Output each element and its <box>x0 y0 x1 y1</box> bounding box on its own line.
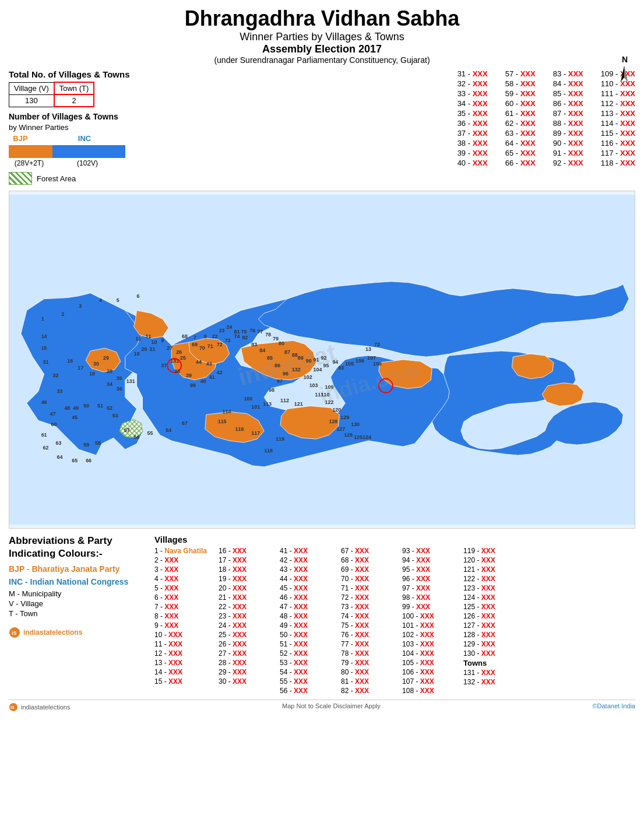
logo-text: indiastatelections <box>23 628 82 637</box>
vnum-item: 50 - XXX <box>280 631 329 639</box>
number-item: 117 - XXX <box>601 149 635 157</box>
vnum-item: 131 - XXX <box>463 669 513 677</box>
svg-text:70: 70 <box>199 345 205 351</box>
svg-text:53: 53 <box>112 413 118 419</box>
number-item: 114 - XXX <box>601 119 635 128</box>
vnum-item: 16 - XXX <box>219 547 268 555</box>
vnum-item: 103 - XXX <box>402 640 452 648</box>
svg-text:7: 7 <box>193 335 196 340</box>
vnum-item: 130 - XXX <box>463 649 513 658</box>
number-item: 59 - XXX <box>505 89 536 98</box>
svg-text:44: 44 <box>196 359 202 365</box>
svg-text:41: 41 <box>209 374 215 380</box>
bjp-label: BJP <box>9 134 32 143</box>
svg-text:78: 78 <box>265 332 271 338</box>
svg-text:126: 126 <box>344 432 353 438</box>
svg-text:113: 113 <box>263 402 272 407</box>
svg-text:82: 82 <box>242 335 248 340</box>
vnum-item: 107 - XXX <box>402 677 452 686</box>
svg-text:129: 129 <box>340 415 349 421</box>
svg-text:73: 73 <box>225 338 231 343</box>
svg-text:48: 48 <box>64 406 70 412</box>
svg-text:109: 109 <box>325 384 333 390</box>
svg-text:85: 85 <box>267 355 273 361</box>
svg-text:83: 83 <box>251 342 257 347</box>
vnum-item: 129 - XXX <box>463 640 513 648</box>
svg-text:45: 45 <box>72 415 78 421</box>
number-item: 36 - XXX <box>458 119 488 128</box>
svg-text:97: 97 <box>277 378 283 384</box>
svg-text:96: 96 <box>283 371 288 377</box>
abbrev-town: T - Town <box>9 609 149 618</box>
svg-text:95: 95 <box>323 363 329 368</box>
svg-text:17: 17 <box>78 365 83 371</box>
svg-text:52: 52 <box>107 406 112 412</box>
svg-text:120: 120 <box>332 407 341 413</box>
header: Dhrangadhra Vidhan Sabha Winner Parties … <box>9 6 635 65</box>
svg-text:57: 57 <box>124 427 130 433</box>
number-col: 31 - XXX32 - XXX33 - XXX34 - XXX35 - XXX… <box>458 69 488 167</box>
vnum-item: 81 - XXX <box>341 677 390 686</box>
svg-text:93: 93 <box>338 365 344 371</box>
svg-text:61: 61 <box>41 432 47 438</box>
vnum-item: 29 - XXX <box>219 668 268 676</box>
vnum-item: 28 - XXX <box>219 659 268 667</box>
svg-text:110: 110 <box>321 392 330 398</box>
svg-text:23: 23 <box>219 328 225 333</box>
vnum-col: 16 - XXX17 - XXX18 - XXX19 - XXX20 - XXX… <box>219 547 268 695</box>
svg-text:60: 60 <box>51 421 57 427</box>
legend-total-label: Total No. of Villages & Towns <box>9 69 166 79</box>
map-container: indiastat india.com 1 2 3 4 5 6 14 15 31… <box>9 191 635 529</box>
vnum-item: 1 - Nava Ghatila <box>154 547 207 555</box>
svg-text:79: 79 <box>273 336 279 342</box>
vnum-item: 76 - XXX <box>341 631 390 639</box>
svg-text:72: 72 <box>374 342 380 347</box>
vnum-col: 119 - XXX120 - XXX121 - XXX122 - XXX123 … <box>463 547 513 695</box>
svg-text:71: 71 <box>207 343 213 349</box>
vnum-item: 18 - XXX <box>219 565 268 574</box>
number-item: 35 - XXX <box>458 109 488 118</box>
inc-full: INC - Indian National Congress <box>9 577 128 586</box>
vnum-item: 126 - XXX <box>463 612 513 620</box>
bjp-color-bar <box>9 145 52 158</box>
vnum-item: 13 - XXX <box>154 659 207 667</box>
vnum-item: 132 - XXX <box>463 678 513 686</box>
vnum-item: 17 - XXX <box>219 556 268 564</box>
svg-text:21: 21 <box>149 346 155 352</box>
vnum-item: 7 - XXX <box>154 603 207 611</box>
svg-text:103: 103 <box>309 382 318 388</box>
forest-label: Forest Area <box>37 174 76 183</box>
vnum-item: 8 - XXX <box>154 612 207 620</box>
svg-text:30: 30 <box>93 361 99 367</box>
vnum-item: 104 - XXX <box>402 649 452 658</box>
village-numbers: Villages 1 - Nava Ghatila2 - XXX3 - XXX4… <box>154 535 635 695</box>
number-item: 89 - XXX <box>553 129 583 138</box>
number-item: 111 - XXX <box>601 89 635 98</box>
vnum-item: 46 - XXX <box>280 593 329 602</box>
footer: iS indiastatelections Map Not to Scale D… <box>9 700 635 712</box>
number-item: 92 - XXX <box>553 159 583 167</box>
svg-text:101: 101 <box>251 405 260 410</box>
vnum-item: Towns <box>463 659 513 667</box>
winner-subtitle: by Winner Parties <box>9 123 166 132</box>
forest-row: Forest Area <box>9 172 166 185</box>
svg-text:124: 124 <box>363 434 371 440</box>
number-item: 112 - XXX <box>601 99 635 108</box>
inc-color-bar <box>52 145 125 158</box>
svg-text:66: 66 <box>86 458 92 463</box>
number-item: 32 - XXX <box>458 79 488 88</box>
svg-text:iS: iS <box>12 630 17 636</box>
vnum-item: 79 - XXX <box>341 659 390 667</box>
svg-text:32: 32 <box>53 372 59 378</box>
number-item: 57 - XXX <box>505 69 536 78</box>
svg-text:15: 15 <box>41 345 47 351</box>
vnum-item: 24 - XXX <box>219 621 268 630</box>
svg-text:11: 11 <box>145 333 151 339</box>
vnum-item: 26 - XXX <box>219 640 268 648</box>
vnum-item: 42 - XXX <box>280 556 329 564</box>
svg-text:108: 108 <box>373 361 382 367</box>
svg-text:58: 58 <box>95 440 101 446</box>
vnum-item: 4 - XXX <box>154 575 207 583</box>
vnum-item: 6 - XXX <box>154 593 207 602</box>
svg-text:107: 107 <box>367 355 376 361</box>
